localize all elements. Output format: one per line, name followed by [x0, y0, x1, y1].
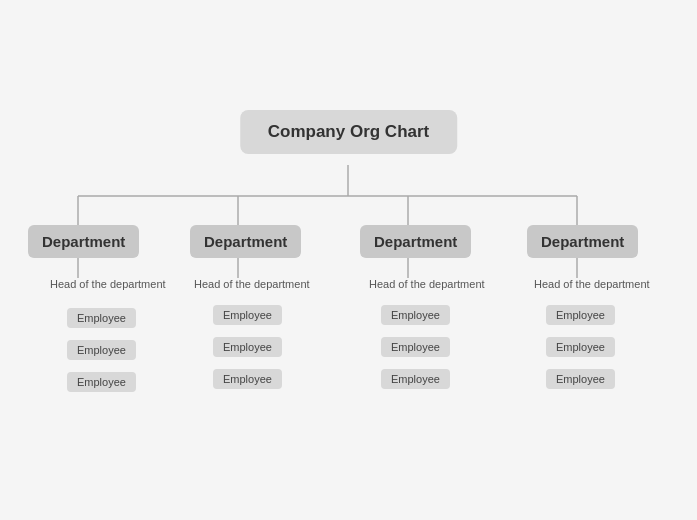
- dept3-employee-2: Employee: [381, 337, 450, 357]
- dept4-employee-1: Employee: [546, 305, 615, 325]
- dept1-head-label: Head of the department: [50, 278, 166, 290]
- department-4-box: Department: [527, 225, 638, 258]
- dept2-head-label: Head of the department: [194, 278, 310, 290]
- dept1-employee-3: Employee: [67, 372, 136, 392]
- dept4-employee-2: Employee: [546, 337, 615, 357]
- dept1-employee-2: Employee: [67, 340, 136, 360]
- dept2-employee-1: Employee: [213, 305, 282, 325]
- dept3-employee-1: Employee: [381, 305, 450, 325]
- root-node: Company Org Chart: [240, 110, 458, 154]
- dept2-employee-2: Employee: [213, 337, 282, 357]
- chart-container: Company Org Chart Department Head of the…: [0, 0, 697, 520]
- dept1-employee-1: Employee: [67, 308, 136, 328]
- dept3-employee-3: Employee: [381, 369, 450, 389]
- dept3-head-label: Head of the department: [369, 278, 485, 290]
- department-1-box: Department: [28, 225, 139, 258]
- dept4-head-label: Head of the department: [534, 278, 650, 290]
- dept2-employee-3: Employee: [213, 369, 282, 389]
- department-2-box: Department: [190, 225, 301, 258]
- dept4-employee-3: Employee: [546, 369, 615, 389]
- connector-lines: [0, 0, 697, 520]
- department-3-box: Department: [360, 225, 471, 258]
